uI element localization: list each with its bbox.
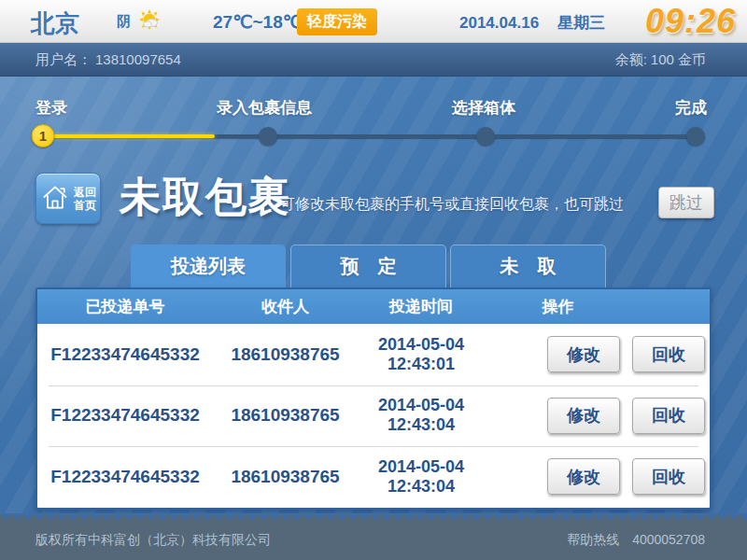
col-header-tracking: 已投递单号: [37, 296, 213, 317]
col-header-recipient: 收件人: [213, 296, 358, 317]
balance-value: 100 金币: [651, 51, 706, 67]
weather-condition: 阴: [117, 13, 131, 31]
recipient-phone: 18610938765: [213, 405, 358, 426]
username-value: 13810097654: [95, 51, 181, 67]
weekday-label: 星期三: [557, 14, 605, 32]
hotline-group: 帮助热线4000052708: [554, 532, 705, 549]
modify-button[interactable]: 修改: [547, 336, 620, 372]
page-subtitle: 可修改未取包裹的手机号或直接回收包裹，也可跳过: [280, 195, 624, 215]
balance-group: 余额:100 金币: [615, 51, 710, 69]
kiosk-screen: 北京 阴 27℃~18℃ 轻度污染 2014.04.16星期三 09:26 用户…: [0, 0, 747, 560]
username-group: 用户名：13810097654: [35, 51, 185, 69]
col-header-actions: 操作: [485, 296, 710, 317]
table-row: F12233474645332 18610938765 2014-05-04 1…: [37, 385, 710, 447]
row-actions: 修改 回收: [485, 458, 710, 495]
recipient-phone: 18610938765: [213, 467, 358, 487]
recycle-button[interactable]: 回收: [632, 398, 705, 434]
date-group: 2014.04.16星期三: [459, 12, 624, 34]
city-label: 北京: [31, 7, 79, 40]
step-label-login: 登录: [35, 97, 67, 119]
back-home-label: 返回 首页: [74, 186, 96, 212]
date-label: 2014.04.16: [459, 14, 539, 32]
step-label-enter-package: 录入包裹信息: [217, 97, 312, 119]
username-label: 用户名：: [35, 51, 92, 67]
recycle-button[interactable]: 回收: [632, 458, 705, 495]
home-icon: [40, 182, 70, 216]
table-header-row: 已投递单号 收件人 投递时间 操作: [37, 289, 710, 324]
tracking-number: F12233474645332: [37, 405, 213, 426]
delivery-time: 2014-05-04 12:43:04: [358, 457, 485, 497]
step-dot-1-active: 1: [32, 124, 55, 147]
balance-label: 余额:: [615, 51, 647, 67]
tab-delivery-list[interactable]: 投递列表: [131, 245, 286, 287]
tab-unclaimed[interactable]: 未 取: [450, 245, 606, 287]
page-title: 未取包裹: [120, 170, 291, 225]
modify-button[interactable]: 修改: [547, 458, 620, 495]
tracking-number: F12233474645332: [37, 344, 213, 365]
temperature-range: 27℃~18℃: [213, 11, 303, 33]
step-label-finish: 完成: [675, 97, 707, 119]
zigzag-edge: [0, 513, 747, 521]
footer-content: 版权所有中科富创（北京）科技有限公司 帮助热线4000052708: [0, 521, 747, 560]
step-label-select-box: 选择箱体: [452, 97, 515, 119]
recipient-phone: 18610938765: [213, 344, 358, 365]
tab-reserved[interactable]: 预 定: [290, 245, 446, 287]
row-actions: 修改 回收: [485, 398, 710, 434]
copyright-text: 版权所有中科富创（北京）科技有限公司: [35, 532, 271, 549]
skip-button[interactable]: 跳过: [658, 187, 714, 218]
package-table: 已投递单号 收件人 投递时间 操作 F12233474645332 186109…: [35, 287, 712, 510]
back-home-button[interactable]: 返回 首页: [35, 173, 101, 224]
table-row: F12233474645332 18610938765 2014-05-04 1…: [37, 324, 710, 385]
step-dot-4: [686, 127, 705, 146]
air-quality-badge: 轻度污染: [297, 8, 377, 35]
hotline-number: 4000052708: [632, 532, 705, 547]
user-info-bar: 用户名：13810097654 余额:100 金币: [0, 44, 747, 77]
delivery-time: 2014-05-04 12:43:01: [358, 335, 485, 374]
step-dot-2: [259, 127, 277, 146]
footer: 版权所有中科富创（北京）科技有限公司 帮助热线4000052708: [0, 513, 747, 560]
table-row: F12233474645332 18610938765 2014-05-04 1…: [37, 446, 710, 508]
step-dot-3: [476, 127, 495, 146]
delivery-time: 2014-05-04 12:43:04: [358, 396, 485, 435]
main-content: 登录 录入包裹信息 选择箱体 完成 1 返回 首页 未取包裹 可修改未取包裹的: [0, 77, 747, 560]
hotline-label: 帮助热线: [567, 532, 619, 547]
tracking-number: F12233474645332: [37, 467, 213, 487]
clock: 09:26: [645, 2, 736, 41]
row-actions: 修改 回收: [485, 336, 710, 372]
modify-button[interactable]: 修改: [547, 398, 620, 434]
col-header-time: 投递时间: [358, 296, 485, 317]
recycle-button[interactable]: 回收: [632, 336, 705, 372]
top-status-bar: 北京 阴 27℃~18℃ 轻度污染 2014.04.16星期三 09:26: [0, 0, 747, 43]
progress-track-completed: [43, 134, 215, 138]
sun-cloud-icon: [137, 8, 162, 37]
